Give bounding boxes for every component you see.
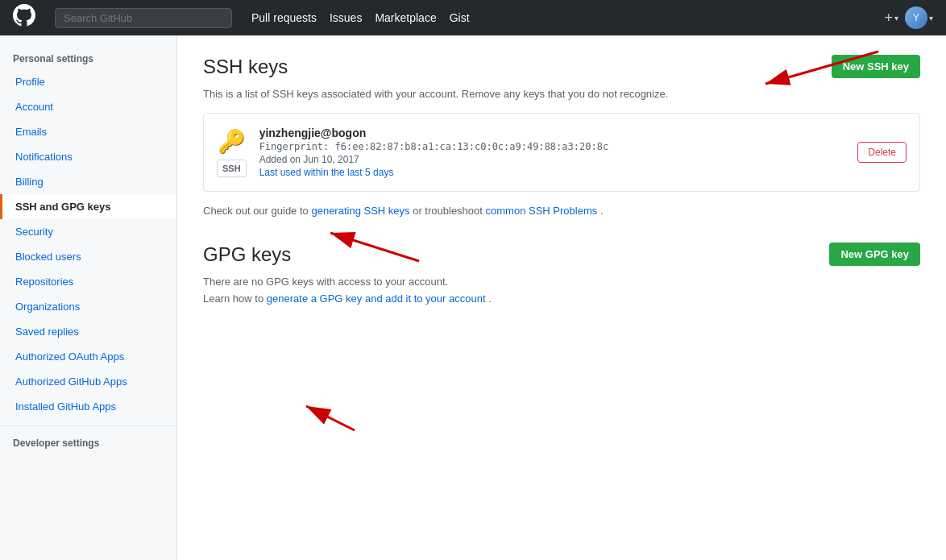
nav-gist[interactable]: Gist — [450, 11, 470, 24]
developer-settings-header: Developer settings — [0, 433, 176, 454]
key-info: yinzhengjie@bogon Fingerprint: f6:ee:82:… — [259, 127, 845, 178]
svg-line-3 — [306, 406, 355, 430]
sidebar-item-installed-apps[interactable]: Installed GitHub Apps — [0, 394, 176, 419]
fingerprint-label: Fingerprint: — [259, 141, 330, 152]
sidebar-item-billing[interactable]: Billing — [0, 169, 176, 194]
learn-prefix: Learn how to — [203, 292, 263, 305]
sidebar-item-emails[interactable]: Emails — [0, 119, 176, 144]
sidebar-item-saved-replies[interactable]: Saved replies — [0, 319, 176, 344]
generating-ssh-keys-link[interactable]: generating SSH keys — [311, 205, 409, 217]
sidebar-item-github-apps[interactable]: Authorized GitHub Apps — [0, 369, 176, 394]
sidebar: Personal settings Profile Account Emails… — [0, 35, 177, 560]
gpg-section: GPG keys New GPG key There are no GPG ke… — [203, 243, 920, 305]
avatar-placeholder: Y — [905, 6, 927, 29]
nav-marketplace[interactable]: Marketplace — [375, 11, 436, 24]
guide-prefix: Check out our guide to — [203, 205, 309, 217]
ssh-description: This is a list of SSH keys associated wi… — [203, 88, 920, 100]
nav-links: Pull requests Issues Marketplace Gist — [251, 11, 470, 24]
user-avatar: Y — [905, 6, 927, 29]
personal-settings-header: Personal settings — [0, 48, 176, 69]
sidebar-item-blocked-users[interactable]: Blocked users — [0, 244, 176, 269]
main-content: SSH keys New SSH key This is a list of S… — [177, 35, 946, 560]
chevron-down-icon: ▾ — [894, 14, 898, 23]
learn-suffix: . — [488, 292, 492, 305]
sidebar-item-security[interactable]: Security — [0, 219, 176, 244]
github-logo-icon[interactable] — [13, 4, 35, 31]
sidebar-item-account[interactable]: Account — [0, 94, 176, 119]
new-gpg-key-button[interactable]: New GPG key — [829, 243, 920, 266]
gpg-section-header: GPG keys New GPG key — [203, 243, 920, 266]
key-last-used: Last used within the last 5 days — [259, 167, 845, 178]
right-actions: + ▾ Y ▾ — [884, 6, 933, 29]
sidebar-item-profile[interactable]: Profile — [0, 69, 176, 94]
search-input[interactable] — [55, 8, 232, 28]
sidebar-item-oauth-apps[interactable]: Authorized OAuth Apps — [0, 344, 176, 369]
generate-gpg-key-link[interactable]: generate a GPG key and add it to your ac… — [267, 292, 486, 305]
sidebar-item-notifications[interactable]: Notifications — [0, 144, 176, 169]
delete-key-button[interactable]: Delete — [857, 142, 907, 163]
ssh-guide-text: Check out our guide to generating SSH ke… — [203, 205, 920, 217]
main-layout: Personal settings Profile Account Emails… — [0, 35, 946, 560]
sidebar-item-repositories[interactable]: Repositories — [0, 269, 176, 294]
sidebar-divider — [0, 425, 176, 426]
fingerprint-value: f6:ee:82:87:b8:a1:ca:13:c0:0c:a9:49:88:a… — [335, 141, 609, 152]
new-action-btn[interactable]: + ▾ — [884, 10, 898, 27]
key-fingerprint: Fingerprint: f6:ee:82:87:b8:a1:ca:13:c0:… — [259, 141, 845, 152]
ssh-section-header: SSH keys New SSH key — [203, 55, 920, 78]
avatar-chevron-icon: ▾ — [929, 14, 933, 23]
sidebar-item-ssh-gpg[interactable]: SSH and GPG keys — [0, 194, 176, 219]
key-added-date: Added on Jun 10, 2017 — [259, 154, 845, 165]
top-nav: Pull requests Issues Marketplace Gist + … — [0, 0, 946, 35]
ssh-section-title: SSH keys — [203, 56, 288, 78]
gpg-section-title: GPG keys — [203, 243, 291, 266]
sidebar-item-organizations[interactable]: Organizations — [0, 294, 176, 319]
new-ssh-key-button[interactable]: New SSH key — [832, 55, 920, 78]
ssh-key-card: 🔑 SSH yinzhengjie@bogon Fingerprint: f6:… — [203, 113, 920, 192]
nav-issues[interactable]: Issues — [330, 11, 362, 24]
guide-suffix: . — [600, 205, 604, 217]
avatar-btn[interactable]: Y ▾ — [905, 6, 933, 29]
guide-middle: or troubleshoot — [413, 205, 483, 217]
gpg-learn-text: Learn how to generate a GPG key and add … — [203, 292, 920, 305]
nav-pull-requests[interactable]: Pull requests — [251, 11, 317, 24]
plus-icon: + — [884, 10, 893, 27]
common-ssh-problems-link[interactable]: common SSH Problems — [486, 205, 598, 217]
key-icon: 🔑 — [218, 128, 246, 155]
key-name: yinzhengjie@bogon — [259, 127, 845, 139]
ssh-badge: SSH — [217, 160, 247, 177]
no-gpg-keys-text: There are no GPG keys with access to you… — [203, 276, 920, 288]
